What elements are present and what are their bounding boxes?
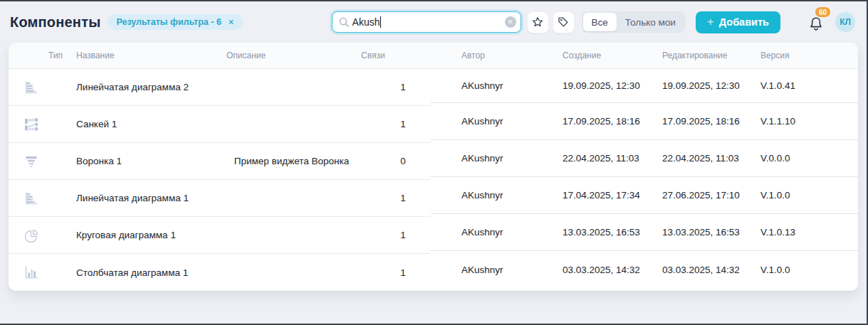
user-avatar[interactable]: КЛ <box>835 12 855 32</box>
component-created: 22.04.2025, 11:03 <box>563 153 662 164</box>
filter-results-label: Результаты фильтра - 6 <box>116 17 221 27</box>
table-row[interactable]: AKushnyr 22.04.2025, 11:03 22.04.2025, 1… <box>431 140 858 177</box>
add-button[interactable]: + Добавить <box>696 11 780 33</box>
column-header-edited: Редактирование <box>662 43 727 68</box>
search-clear-icon[interactable]: ✕ <box>505 16 516 28</box>
table-row[interactable]: AKushnyr 17.09.2025, 18:16 17.09.2025, 1… <box>431 103 858 140</box>
scope-toggle: Все Только мои <box>582 11 686 33</box>
table-row[interactable]: Воронка 1 Пример виджета Воронка 0 <box>9 143 431 180</box>
component-created: 03.03.2025, 14:32 <box>563 265 662 275</box>
plus-icon: + <box>707 15 714 29</box>
column-header-version: Версия <box>760 43 790 68</box>
table-row[interactable]: AKushnyr 03.03.2025, 14:32 03.03.2025, 1… <box>431 251 858 288</box>
chip-close-icon[interactable]: ✕ <box>228 18 234 26</box>
notifications-button[interactable]: 60 <box>807 11 827 33</box>
toggle-all[interactable]: Все <box>583 13 617 31</box>
component-links: 1 <box>375 230 431 240</box>
column-header-description: Описание <box>226 43 266 68</box>
component-created: 13.03.2025, 16:53 <box>563 227 662 238</box>
favorites-button[interactable] <box>527 11 549 33</box>
component-author: AKushnyr <box>461 190 563 201</box>
table-row[interactable]: Линейчатая диаграмма 2 1 <box>9 69 431 106</box>
notification-count-badge: 60 <box>815 7 830 17</box>
column-header-author: Автор <box>461 43 485 68</box>
component-edited: 27.06.2025, 17:10 <box>662 190 760 201</box>
component-version: V.0.0.0 <box>760 153 858 164</box>
component-version: V.1.0.13 <box>760 227 858 238</box>
component-version: V.1.0.41 <box>760 80 858 91</box>
component-name: Воронка 1 <box>54 156 208 166</box>
table-row[interactable]: AKushnyr 13.03.2025, 16:53 13.03.2025, 1… <box>431 214 858 251</box>
star-icon <box>531 16 544 28</box>
component-author: AKushnyr <box>461 116 563 127</box>
toggle-only-mine[interactable]: Только мои <box>617 13 684 31</box>
column-header-name: Название <box>76 43 115 68</box>
component-author: AKushnyr <box>461 227 563 238</box>
component-author: AKushnyr <box>461 153 563 164</box>
component-links: 1 <box>375 193 431 203</box>
component-version: V.1.0.0 <box>760 190 858 201</box>
sankey-icon <box>23 116 40 133</box>
text-caret <box>380 16 382 28</box>
component-author: AKushnyr <box>461 80 563 91</box>
column-header-type: Тип <box>48 43 63 68</box>
component-links: 1 <box>375 119 431 129</box>
component-edited: 22.04.2025, 11:03 <box>662 153 760 164</box>
component-edited: 19.09.2025, 12:30 <box>662 80 760 91</box>
component-description: Пример виджета Воронка <box>208 156 375 166</box>
component-links: 1 <box>375 267 431 278</box>
component-name: Линейчатая диаграмма 1 <box>54 193 208 203</box>
table-row[interactable]: AKushnyr 17.04.2025, 17:34 27.06.2025, 1… <box>431 177 858 214</box>
horizontal-bar-chart-icon <box>23 79 40 96</box>
page-title: Компоненты <box>10 14 100 31</box>
pie-chart-icon <box>23 227 40 244</box>
component-edited: 13.03.2025, 16:53 <box>662 227 760 238</box>
table-row[interactable]: Санкей 1 1 <box>9 106 431 143</box>
component-version: V.1.1.10 <box>760 116 858 127</box>
component-name: Круговая диаграмма 1 <box>54 230 208 240</box>
component-links: 0 <box>375 156 431 166</box>
column-header-created: Создание <box>563 43 601 68</box>
table-row[interactable]: Столбчатая диаграмма 1 1 <box>9 254 431 291</box>
table-row[interactable]: AKushnyr 19.09.2025, 12:30 19.09.2025, 1… <box>431 69 858 103</box>
horizontal-bar-chart-icon <box>23 190 40 207</box>
column-header-links: Связи <box>361 43 385 68</box>
table-body: Линейчатая диаграмма 2 1 <box>9 69 858 291</box>
component-author: AKushnyr <box>461 265 563 275</box>
table-left-section: Линейчатая диаграмма 2 1 <box>9 69 431 291</box>
column-chart-icon <box>23 264 40 281</box>
funnel-icon <box>23 153 40 170</box>
search-box: ✕ <box>332 11 521 33</box>
component-links: 1 <box>375 82 431 92</box>
component-version: V.1.0.0 <box>760 265 858 275</box>
filter-results-chip[interactable]: Результаты фильтра - 6 ✕ <box>108 14 243 30</box>
table-header: Тип Название Описание Связи Автор Создан… <box>9 43 858 69</box>
tags-button[interactable] <box>553 11 575 33</box>
tag-icon <box>557 16 570 28</box>
table-row[interactable]: Линейчатая диаграмма 1 1 <box>9 180 431 217</box>
table-row[interactable]: Круговая диаграмма 1 1 <box>9 217 431 254</box>
component-name: Линейчатая диаграмма 2 <box>54 82 208 92</box>
search-input[interactable] <box>332 11 521 33</box>
components-table: Тип Название Описание Связи Автор Создан… <box>9 43 858 291</box>
component-created: 19.09.2025, 12:30 <box>563 80 662 91</box>
component-created: 17.04.2025, 17:34 <box>563 190 662 201</box>
bell-icon <box>807 15 825 33</box>
component-edited: 03.03.2025, 14:32 <box>662 265 760 275</box>
component-name: Санкей 1 <box>54 119 208 129</box>
add-button-label: Добавить <box>719 16 769 28</box>
table-right-section: AKushnyr 19.09.2025, 12:30 19.09.2025, 1… <box>431 69 858 291</box>
top-bar: Компоненты Результаты фильтра - 6 ✕ ✕ Вс… <box>0 1 867 43</box>
component-name: Столбчатая диаграмма 1 <box>54 267 208 278</box>
component-edited: 17.09.2025, 18:16 <box>662 116 760 127</box>
component-created: 17.09.2025, 18:16 <box>563 116 662 127</box>
